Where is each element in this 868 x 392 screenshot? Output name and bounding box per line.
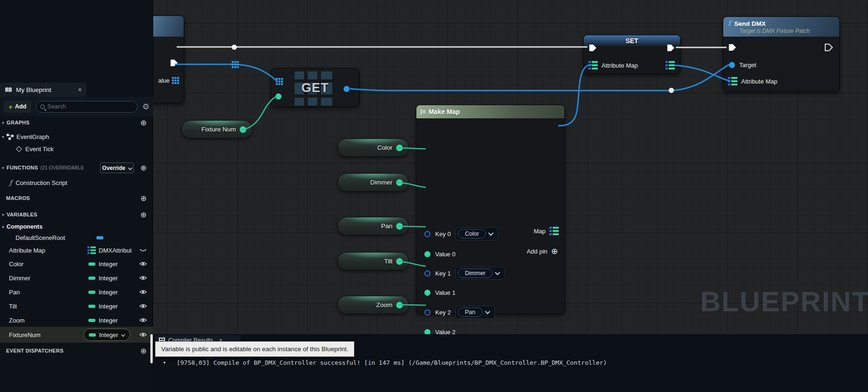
tab-my-blueprint[interactable]: My Blueprint ×: [0, 83, 86, 97]
object-reroute-knot[interactable]: [669, 88, 674, 93]
variable-row-color[interactable]: Color Integer: [0, 258, 153, 269]
element-out-pin[interactable]: [344, 86, 350, 92]
int-out-pin[interactable]: [396, 258, 403, 265]
eye-icon[interactable]: [139, 332, 147, 338]
exec-out-pin[interactable]: [170, 59, 178, 67]
eye-icon[interactable]: [139, 289, 147, 295]
override-dropdown[interactable]: Override: [100, 162, 134, 173]
int-out-pin[interactable]: [240, 126, 246, 133]
int-out-pin[interactable]: [396, 179, 403, 186]
key0-value: Color: [458, 229, 486, 238]
value-label: Value 1: [435, 289, 455, 296]
section-macros[interactable]: MACROS ⊕: [0, 193, 153, 203]
key-pin[interactable]: [424, 270, 430, 277]
exec-in-pin[interactable]: [589, 44, 597, 52]
set-node-title: SET: [626, 37, 638, 45]
eye-icon[interactable]: [139, 275, 147, 281]
array-get-node[interactable]: GET: [271, 68, 360, 107]
variable-row-dimmer[interactable]: Dimmer Integer: [0, 272, 153, 284]
foreach-loop-node-partial[interactable]: alue: [149, 15, 184, 103]
section-graphs[interactable]: ▾ GRAPHS ⊕: [0, 118, 153, 127]
gear-icon[interactable]: ⚙: [142, 102, 149, 112]
target-label: Target: [739, 61, 756, 69]
key0-dropdown[interactable]: Color: [455, 227, 498, 240]
make-map-node[interactable]: ⟩≡ Make Map Map Add pin ⊕ Key 0 Color Va…: [416, 105, 565, 314]
index-in-pin[interactable]: [275, 93, 282, 100]
exec-out-pin[interactable]: [825, 44, 833, 51]
eye-icon[interactable]: [139, 261, 147, 267]
closed-eye-icon[interactable]: [139, 247, 147, 253]
pill-label: Fixture Num: [201, 126, 236, 133]
integer-type-pill: [88, 291, 95, 294]
key1-dropdown[interactable]: Dimmer: [455, 267, 505, 280]
collapse-icon[interactable]: ▾: [2, 224, 4, 230]
map-in-pin[interactable]: [588, 61, 598, 69]
map-in-pin[interactable]: [728, 77, 737, 85]
value-pin[interactable]: [424, 251, 430, 257]
exec-in-pin[interactable]: [728, 44, 736, 51]
get-tilt-node[interactable]: Tilt: [337, 252, 409, 270]
get-color-node[interactable]: Color: [337, 138, 409, 157]
section-event-dispatchers[interactable]: EVENT DISPATCHERS ⊕: [0, 346, 153, 355]
add-pin-icon[interactable]: ⊕: [551, 246, 558, 256]
set-attribute-map-node[interactable]: SET Attribute Map: [583, 35, 680, 74]
key2-dropdown[interactable]: Pan: [455, 306, 494, 319]
send-dmx-node[interactable]: f Send DMX Target is DMX Fixture Patch T…: [723, 16, 840, 92]
collapse-icon[interactable]: ▾: [2, 134, 4, 139]
get-pan-node[interactable]: Pan: [337, 217, 409, 235]
variable-row-attribute-map[interactable]: Attribute Map DMXAttribut: [0, 245, 153, 256]
category-components[interactable]: ▾ Components: [0, 222, 153, 231]
collapse-icon[interactable]: ▾: [2, 165, 4, 170]
int-out-pin[interactable]: [396, 223, 403, 230]
add-dispatcher-icon[interactable]: ⊕: [141, 346, 147, 355]
key-pin[interactable]: [424, 231, 430, 237]
get-fixture-num-node[interactable]: Fixture Num: [181, 120, 252, 138]
value-pin[interactable]: [424, 290, 430, 296]
category-label: Components: [7, 223, 42, 230]
add-label: Add: [15, 103, 26, 110]
int-out-pin[interactable]: [396, 302, 403, 308]
add-button[interactable]: + Add: [4, 101, 31, 113]
attr-map-label: Attribute Map: [741, 78, 777, 85]
map-out-pin[interactable]: [549, 227, 559, 235]
collapse-icon[interactable]: ▾: [2, 120, 4, 125]
exec-out-pin[interactable]: [667, 44, 675, 52]
search-icon: [40, 105, 44, 109]
variable-row-fixturenum-selected[interactable]: FixtureNum Integer: [0, 327, 153, 343]
plus-icon: +: [8, 103, 13, 111]
array-in-pin[interactable]: [276, 78, 283, 85]
exec-reroute-knot[interactable]: [232, 45, 237, 50]
add-graph-icon[interactable]: ⊕: [141, 118, 147, 127]
array-reroute-knot[interactable]: [232, 61, 239, 68]
target-in-pin[interactable]: [729, 62, 735, 68]
eye-icon[interactable]: [139, 317, 147, 323]
sidebar-item-eventgraph[interactable]: ▾ EventGraph: [0, 132, 153, 141]
sidebar-scrollbar[interactable]: [150, 334, 153, 363]
get-zoom-node[interactable]: Zoom: [337, 296, 409, 314]
variable-row-zoom[interactable]: Zoom Integer: [0, 315, 153, 326]
get-dimmer-node[interactable]: Dimmer: [337, 173, 409, 192]
search-input[interactable]: [47, 103, 133, 110]
variable-row-defaultsceneroot[interactable]: DefaultSceneRoot: [0, 232, 153, 243]
variable-name: Tilt: [9, 303, 17, 310]
variable-type-dropdown[interactable]: Integer: [84, 329, 130, 341]
search-box[interactable]: [36, 101, 138, 113]
add-function-icon[interactable]: ⊕: [141, 163, 147, 172]
add-macro-icon[interactable]: ⊕: [141, 194, 147, 203]
variable-row-tilt[interactable]: Tilt Integer: [0, 300, 153, 312]
make-map-title: Make Map: [429, 108, 460, 115]
array-pin[interactable]: [172, 77, 179, 84]
section-variables[interactable]: ▾ VARIABLES ⊕: [0, 210, 153, 219]
eye-icon[interactable]: [139, 303, 147, 309]
map-out-pin[interactable]: [665, 61, 675, 69]
pill-label: Color: [377, 144, 392, 151]
int-out-pin[interactable]: [396, 145, 403, 151]
close-icon[interactable]: ×: [78, 86, 82, 93]
collapse-icon[interactable]: ▾: [2, 212, 4, 217]
key1-value: Dimmer: [458, 269, 493, 278]
add-variable-icon[interactable]: ⊕: [141, 210, 147, 219]
sidebar-item-event-tick[interactable]: Event Tick: [0, 144, 153, 154]
key-pin[interactable]: [424, 309, 430, 315]
sidebar-item-construction-script[interactable]: ƒ Construction Script: [0, 178, 153, 187]
variable-row-pan[interactable]: Pan Integer: [0, 286, 153, 298]
